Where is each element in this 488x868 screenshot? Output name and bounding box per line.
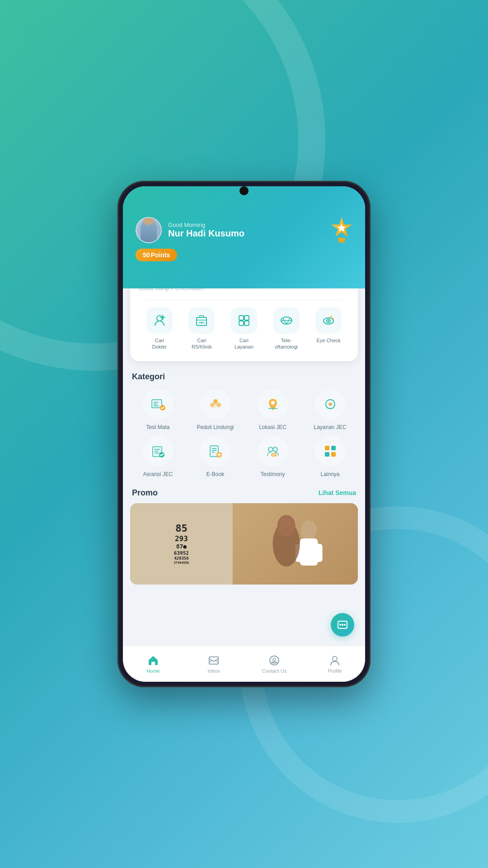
phone-frame: Good Morning Nur Hadi Kusumo 50 Points	[117, 181, 371, 687]
user-name: Nur Hadi Kusumo	[168, 228, 244, 239]
inbox-nav-label: Inbox	[208, 668, 220, 674]
svg-point-2	[161, 316, 164, 319]
svg-point-1	[157, 316, 162, 321]
svg-rect-47	[325, 452, 329, 457]
svg-rect-9	[203, 322, 205, 324]
kategori-section: Kategori	[123, 361, 365, 481]
test-mata-icon-bg	[143, 389, 174, 420]
lokasi-icon-bg	[258, 389, 288, 420]
category-item-peduli[interactable]: Peduli Lindungi	[189, 389, 241, 430]
user-info: Good Morning Nur Hadi Kusumo	[136, 217, 244, 243]
tele-icon-bg	[273, 307, 300, 334]
svg-rect-48	[331, 452, 336, 457]
cari-rs-label: CariRS/Klinik	[192, 337, 212, 350]
asransi-label: Asransi JEC	[143, 471, 173, 477]
camera-notch	[239, 186, 249, 195]
profile-nav-label: Profile	[328, 668, 342, 674]
contact-us-icon	[268, 655, 280, 666]
menu-item-cari-dokter[interactable]: CariDokter	[139, 307, 180, 350]
home-nav-label: Home	[146, 668, 160, 674]
svg-point-26	[210, 403, 215, 407]
category-item-test-mata[interactable]: Test Mata	[132, 389, 184, 430]
appointment-menu-grid: CariDokter	[139, 307, 349, 350]
profile-icon	[329, 655, 341, 666]
header-section: Good Morning Nur Hadi Kusumo 50 Points	[123, 186, 365, 288]
layanan-label: Layanan JEC	[314, 424, 346, 430]
points-button[interactable]: 50 Points	[136, 249, 177, 261]
promo-image-card[interactable]: 85 293 87● 63952 420356 37464586	[130, 503, 358, 585]
nav-item-inbox[interactable]: Inbox	[183, 655, 244, 674]
peduli-icon-bg	[200, 389, 231, 420]
lokasi-label: Lokasi JEC	[259, 424, 286, 430]
peduli-label: Peduli Lindungi	[197, 424, 234, 430]
svg-rect-8	[198, 322, 200, 324]
layanan-icon-bg	[315, 389, 346, 420]
svg-rect-14	[239, 321, 244, 326]
svg-rect-12	[239, 316, 244, 320]
menu-item-eye-check[interactable]: Eye Check	[308, 307, 349, 350]
avatar	[136, 217, 162, 243]
bottom-navigation: Home Inbox	[123, 646, 365, 682]
svg-rect-45	[325, 446, 329, 450]
svg-point-41	[273, 447, 277, 452]
menu-item-tele[interactable]: Tele-oftamologi	[266, 307, 307, 350]
appointment-card-title: Buat Janji Pertemuan	[139, 288, 349, 292]
eye-check-icon-bg	[315, 307, 342, 334]
points-value: 50	[143, 251, 150, 259]
svg-point-54	[277, 515, 295, 537]
lihat-semua-button[interactable]: Lihat Semua	[319, 489, 356, 496]
eye-check-label: Eye Check	[317, 337, 341, 344]
svg-point-19	[328, 320, 329, 322]
cari-rs-icon-bg	[188, 307, 215, 334]
contact-us-nav-label: Contact Us	[262, 668, 286, 674]
kategori-title: Kategori	[132, 372, 356, 382]
content-scroll: Buat Janji Pertemuan	[123, 288, 365, 682]
svg-point-62	[333, 656, 337, 661]
fab-button[interactable]	[331, 613, 354, 637]
phone-screen: Good Morning Nur Hadi Kusumo 50 Points	[123, 186, 365, 682]
eye-chart-visual: 85 293 87● 63952 420356 37464586	[130, 503, 233, 585]
svg-point-58	[344, 624, 346, 626]
testimony-icon-bg	[258, 436, 288, 467]
lainnya-icon-bg	[315, 436, 346, 467]
cari-dokter-label: CariDokter	[152, 337, 167, 350]
svg-point-27	[216, 403, 221, 407]
reward-badge-icon	[331, 217, 352, 239]
cari-layanan-icon-bg	[231, 307, 257, 334]
svg-rect-46	[331, 446, 336, 450]
svg-rect-50	[300, 538, 318, 566]
category-item-lainnya[interactable]: Lainnya	[304, 436, 356, 477]
testimony-label: Testimony	[260, 471, 285, 477]
asransi-icon-bg	[143, 436, 174, 467]
menu-item-cari-layanan[interactable]: CariLayanan	[224, 307, 264, 350]
test-mata-label: Test Mata	[146, 424, 169, 430]
svg-rect-15	[244, 321, 249, 326]
nav-item-home[interactable]: Home	[123, 655, 183, 674]
category-grid: Test Mata Ped	[132, 389, 356, 477]
badge-container[interactable]	[331, 217, 352, 243]
category-item-testimony[interactable]: Testimony	[247, 436, 299, 477]
points-label: Points	[151, 251, 170, 259]
svg-rect-13	[244, 316, 249, 320]
ebook-icon-bg	[200, 436, 231, 467]
category-item-layanan[interactable]: Layanan JEC	[304, 389, 356, 430]
category-item-lokasi[interactable]: Lokasi JEC	[247, 389, 299, 430]
category-item-ebook[interactable]: E-Book	[189, 436, 241, 477]
svg-point-29	[329, 403, 332, 406]
home-icon	[147, 655, 159, 666]
nav-item-contact[interactable]: Contact Us	[244, 655, 305, 674]
badge-ribbon	[338, 238, 345, 243]
svg-rect-42	[271, 453, 277, 457]
nav-item-profile[interactable]: Profile	[305, 655, 365, 674]
svg-point-57	[342, 624, 343, 626]
inbox-icon	[208, 655, 220, 666]
category-item-asransi[interactable]: Asransi JEC	[132, 436, 184, 477]
svg-rect-59	[209, 657, 218, 664]
appointment-card: Buat Janji Pertemuan	[130, 288, 358, 361]
svg-rect-52	[315, 544, 322, 562]
svg-point-49	[300, 520, 317, 540]
greeting-text: Good Morning	[168, 222, 244, 228]
tele-label: Tele-oftamologi	[275, 337, 298, 350]
menu-item-cari-rs[interactable]: CariRS/Klinik	[182, 307, 222, 350]
doctor-image	[233, 503, 358, 585]
